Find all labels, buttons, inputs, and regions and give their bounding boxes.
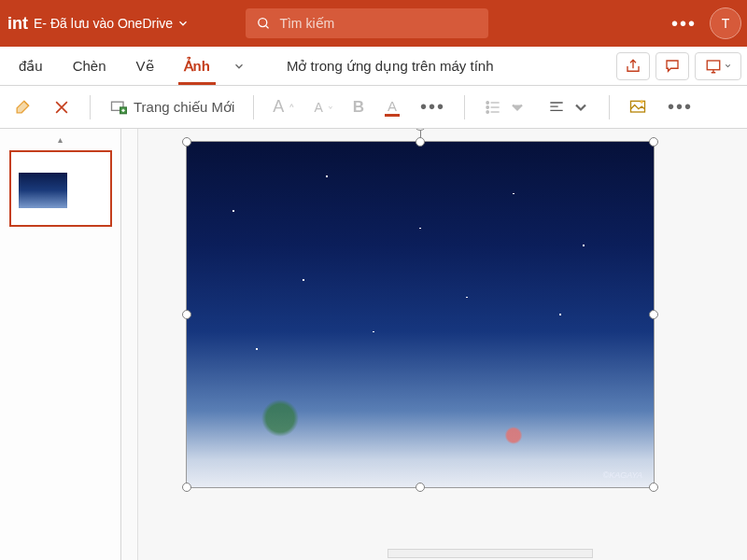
vertical-gutter xyxy=(121,129,138,560)
user-avatar[interactable]: T xyxy=(710,7,741,39)
selected-image[interactable]: ©KAGAYA xyxy=(187,142,654,487)
app-name: int xyxy=(7,14,34,34)
chevron-down-icon xyxy=(724,62,732,70)
new-slide-label: Trang chiếu Mới xyxy=(134,99,234,116)
paintbrush-icon xyxy=(13,98,32,117)
open-in-desktop-link[interactable]: Mở trong ứng dụng trên máy tính xyxy=(287,58,494,75)
resize-handle-r[interactable] xyxy=(649,310,658,319)
bold-button[interactable]: B xyxy=(347,94,370,120)
scroll-up-arrow[interactable]: ▴ xyxy=(58,134,63,145)
new-slide-icon xyxy=(109,98,128,117)
slide-thumbnail-1[interactable] xyxy=(9,150,112,227)
separator xyxy=(253,95,254,119)
search-box[interactable] xyxy=(246,8,488,38)
ribbon-toolbar: Trang chiếu Mới A^ A^ B A ••• ••• xyxy=(0,86,747,129)
bullets-icon xyxy=(484,98,502,117)
workspace: ▴ ©KAGAYA xyxy=(0,129,747,560)
rotate-handle[interactable] xyxy=(414,129,427,131)
align-icon xyxy=(547,98,566,117)
align-button[interactable] xyxy=(542,94,596,120)
increase-font-button[interactable]: A^ xyxy=(267,93,299,120)
document-title-dropdown[interactable]: E- Đã lưu vào OneDrive xyxy=(34,16,190,31)
document-status-text: E- Đã lưu vào OneDrive xyxy=(34,16,173,31)
tab-picture[interactable]: Ảnh xyxy=(169,47,225,85)
comment-icon xyxy=(664,58,681,75)
tab-draw[interactable]: Vẽ xyxy=(121,47,169,85)
search-icon xyxy=(257,16,270,31)
more-icon[interactable]: ••• xyxy=(671,13,697,35)
inserted-picture[interactable]: ©KAGAYA xyxy=(187,142,654,487)
chevron-down-icon xyxy=(233,60,246,73)
svg-point-5 xyxy=(486,105,489,108)
share-icon xyxy=(625,58,641,75)
color-swatch xyxy=(385,114,400,117)
more-font-options[interactable]: ••• xyxy=(415,92,451,121)
svg-point-0 xyxy=(259,19,267,27)
share-button[interactable] xyxy=(616,52,650,80)
bullets-button[interactable] xyxy=(478,94,532,120)
ribbon-tabs: đầu Chèn Vẽ Ảnh Mở trong ứng dụng trên m… xyxy=(0,47,747,86)
resize-handle-t[interactable] xyxy=(416,137,425,147)
present-icon xyxy=(705,58,722,75)
more-tabs-chevron[interactable] xyxy=(225,60,253,73)
font-color-button[interactable]: A xyxy=(379,94,405,120)
separator xyxy=(90,95,91,119)
image-credit: ©KAGAYA xyxy=(603,470,642,480)
resize-handle-tl[interactable] xyxy=(182,137,191,147)
thumbnail-preview xyxy=(19,173,67,208)
chevron-down-icon xyxy=(176,17,190,30)
search-input[interactable] xyxy=(279,16,477,31)
delete-button[interactable] xyxy=(47,94,77,120)
scrollbar-track[interactable] xyxy=(388,549,593,558)
new-slide-button[interactable]: Trang chiếu Mới xyxy=(104,94,240,120)
chevron-down-icon xyxy=(571,98,590,117)
tab-insert[interactable]: Chèn xyxy=(58,47,121,85)
comments-button[interactable] xyxy=(655,52,689,80)
picture-icon xyxy=(628,98,647,117)
chevron-down-icon xyxy=(508,98,527,117)
separator xyxy=(609,95,610,119)
format-painter-button[interactable] xyxy=(7,94,37,120)
svg-point-6 xyxy=(486,110,489,113)
slide-canvas[interactable]: ©KAGAYA xyxy=(121,129,747,560)
resize-handle-br[interactable] xyxy=(649,483,658,492)
title-bar: int E- Đã lưu vào OneDrive ••• T xyxy=(0,0,747,47)
horizontal-scrollbar[interactable] xyxy=(252,549,728,558)
more-options[interactable]: ••• xyxy=(662,92,698,121)
resize-handle-bl[interactable] xyxy=(182,483,191,492)
svg-point-4 xyxy=(486,101,489,104)
tab-home[interactable]: đầu xyxy=(4,47,58,85)
resize-handle-tr[interactable] xyxy=(649,137,658,147)
slide-thumbnail-pane[interactable]: ▴ xyxy=(0,129,121,560)
designer-button[interactable] xyxy=(623,94,653,120)
separator xyxy=(464,95,465,119)
close-icon xyxy=(52,98,71,117)
svg-rect-1 xyxy=(707,61,720,70)
resize-handle-b[interactable] xyxy=(416,483,425,492)
present-button[interactable] xyxy=(695,52,741,80)
decrease-font-button[interactable]: A^ xyxy=(309,96,338,119)
resize-handle-l[interactable] xyxy=(182,310,191,319)
